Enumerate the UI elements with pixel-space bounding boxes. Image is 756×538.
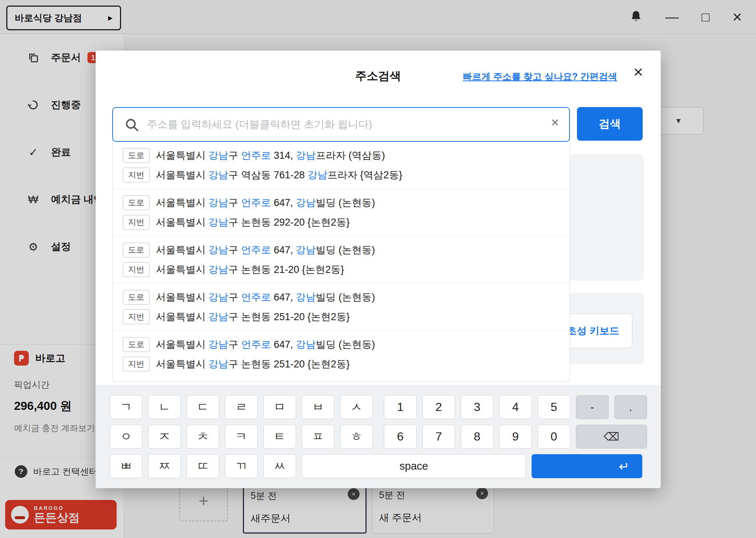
address-text: 서울특별시 강남구 언주로 647, 강남빌딩 (논현동) — [156, 243, 375, 257]
address-line-jibun[interactable]: 지번서울특별시 강남구 논현동 251-20 {논현2동} — [123, 357, 559, 371]
keyboard-key[interactable]: ㅊ — [186, 425, 219, 449]
screen: 바로식당 강남점 ▶ — □ × 주문서 1 — [0, 0, 756, 538]
address-line-jibun[interactable]: 지번서울특별시 강남구 역삼동 761-28 강남프라자 {역삼2동} — [123, 168, 559, 182]
address-text: 서울특별시 강남구 언주로 647, 강남빌딩 (논현동) — [156, 338, 375, 351]
address-line-jibun[interactable]: 지번서울특별시 강남구 논현동 21-20 {논현2동} — [123, 262, 559, 277]
address-result[interactable]: 도로서울특별시 강남구 언주로 647, 강남빌딩 (논현동)지번서울특별시 강… — [113, 283, 570, 330]
keyboard-key[interactable]: ㅎ — [340, 425, 373, 449]
keyboard-row: ㅃㅉㄸㄲㅆspace↵ — [110, 454, 661, 478]
address-result[interactable]: 도로서울특별시 강남구 언주로 647, 강남빌딩 (논현동)지번서울특별시 강… — [113, 330, 570, 378]
address-type-tag: 도로 — [123, 195, 150, 210]
keyboard-key[interactable]: ㅅ — [340, 395, 373, 419]
keyboard-key[interactable]: 3 — [461, 395, 494, 419]
address-text: 서울특별시 강남구 논현동 251-20 {논현2동} — [156, 357, 350, 371]
address-line-road[interactable]: 도로서울특별시 강남구 언주로 647, 강남빌딩 (논현동) — [123, 337, 559, 352]
keyboard-key[interactable]: ㄷ — [186, 395, 219, 419]
address-line-jibun[interactable]: 지번서울특별시 강남구 논현동 251-20 {논현2동} — [123, 309, 559, 324]
keyboard-key[interactable]: ㅇ — [110, 425, 142, 449]
keyboard-key[interactable]: 0 — [537, 425, 570, 449]
keyboard-key[interactable]: ㅌ — [263, 425, 296, 449]
search-bar: × — [112, 107, 570, 142]
quick-search-link[interactable]: 빠르게 주소를 찾고 싶나요? 간편검색 — [463, 71, 617, 83]
address-type-tag: 도로 — [123, 337, 150, 352]
address-text: 서울특별시 강남구 논현동 292-20 {논현2동} — [156, 216, 350, 229]
keyboard-key[interactable]: ㅉ — [148, 454, 181, 478]
address-type-tag: 지번 — [123, 309, 150, 324]
keyboard-key[interactable]: 7 — [422, 425, 455, 449]
modal-close-icon[interactable]: × — [633, 64, 643, 80]
address-type-tag: 도로 — [123, 290, 150, 305]
address-search-modal: 주소검색 빠르게 주소를 찾고 싶나요? 간편검색 × × 검색 초성 키보드 … — [96, 51, 661, 488]
keyboard-key[interactable]: 9 — [499, 425, 532, 449]
keyboard-key[interactable]: ㅃ — [110, 454, 142, 478]
address-line-road[interactable]: 도로서울특별시 강남구 언주로 647, 강남빌딩 (논현동) — [123, 290, 559, 305]
address-type-tag: 도로 — [123, 148, 150, 163]
keyboard-key[interactable]: 4 — [499, 395, 532, 419]
keyboard-key[interactable]: ㄸ — [186, 454, 219, 478]
keyboard-key[interactable]: . — [614, 395, 647, 419]
address-results: 도로서울특별시 강남구 언주로 314, 강남프라자 (역삼동)지번서울특별시 … — [112, 142, 570, 382]
address-text: 서울특별시 강남구 언주로 647, 강남빌딩 (논현동) — [156, 196, 375, 209]
keyboard-key[interactable]: 2 — [422, 395, 455, 419]
address-line-road[interactable]: 도로서울특별시 강남구 언주로 314, 강남프라자 (역삼동) — [123, 148, 559, 163]
address-result[interactable]: 도로서울특별시 강남구 언주로 647, 강남빌딩 (논현동)지번서울특별시 강… — [113, 236, 570, 283]
search-icon — [124, 117, 140, 134]
backspace-key[interactable]: ⌫ — [576, 425, 647, 449]
keyboard-key[interactable]: ㅋ — [225, 425, 258, 449]
search-button[interactable]: 검색 — [577, 107, 643, 141]
enter-key[interactable]: ↵ — [532, 454, 642, 478]
keyboard-key[interactable]: 5 — [537, 395, 570, 419]
keyboard-key[interactable]: ㅈ — [148, 425, 181, 449]
address-type-tag: 도로 — [123, 243, 150, 257]
keyboard-key[interactable]: ㄱ — [110, 395, 142, 419]
keyboard-row: ㄱㄴㄷㄹㅁㅂㅅ12345-. — [110, 395, 661, 419]
address-type-tag: 지번 — [123, 168, 150, 182]
keyboard-key[interactable]: ㅍ — [302, 425, 334, 449]
keyboard-key[interactable]: 6 — [384, 425, 417, 449]
address-line-road[interactable]: 도로서울특별시 강남구 언주로 647, 강남빌딩 (논현동) — [123, 243, 559, 257]
keyboard-key[interactable]: ㄲ — [225, 454, 258, 478]
keyboard-key[interactable]: ㄴ — [148, 395, 181, 419]
address-type-tag: 지번 — [123, 357, 150, 371]
keyboard-key[interactable]: 8 — [461, 425, 494, 449]
address-line-road[interactable]: 도로서울특별시 강남구 언주로 647, 강남빌딩 (논현동) — [123, 195, 559, 210]
address-line-jibun[interactable]: 지번서울특별시 강남구 논현동 292-20 {논현2동} — [123, 215, 559, 230]
address-text: 서울특별시 강남구 언주로 314, 강남프라자 (역삼동) — [156, 149, 385, 162]
address-result[interactable]: 도로서울특별시 강남구 언주로 314, 강남프라자 (역삼동)지번서울특별시 … — [113, 142, 570, 189]
virtual-keyboard: ㄱㄴㄷㄹㅁㅂㅅ12345-.ㅇㅈㅊㅋㅌㅍㅎ67890⌫ㅃㅉㄸㄲㅆspace↵ — [96, 385, 661, 488]
address-text: 서울특별시 강남구 논현동 21-20 {논현2동} — [156, 263, 344, 276]
space-key[interactable]: space — [302, 454, 526, 478]
keyboard-key[interactable]: 1 — [384, 395, 417, 419]
address-result[interactable]: 도로서울특별시 강남구 언주로 647, 강남빌딩 (논현동)지번서울특별시 강… — [113, 189, 570, 236]
keyboard-row: ㅇㅈㅊㅋㅌㅍㅎ67890⌫ — [110, 425, 661, 449]
keyboard-key[interactable]: ㅂ — [302, 395, 334, 419]
address-type-tag: 지번 — [123, 262, 150, 277]
keyboard-key[interactable]: ㄹ — [225, 395, 258, 419]
keyboard-key[interactable]: - — [576, 395, 609, 419]
keyboard-key[interactable]: ㅁ — [263, 395, 296, 419]
address-search-input[interactable] — [112, 107, 570, 142]
address-text: 서울특별시 강남구 언주로 647, 강남빌딩 (논현동) — [156, 291, 375, 304]
clear-input-icon[interactable]: × — [551, 116, 559, 129]
keyboard-key[interactable]: ㅆ — [263, 454, 296, 478]
address-text: 서울특별시 강남구 논현동 251-20 {논현2동} — [156, 310, 350, 323]
address-type-tag: 지번 — [123, 215, 150, 230]
address-text: 서울특별시 강남구 역삼동 761-28 강남프라자 {역삼2동} — [156, 168, 402, 182]
